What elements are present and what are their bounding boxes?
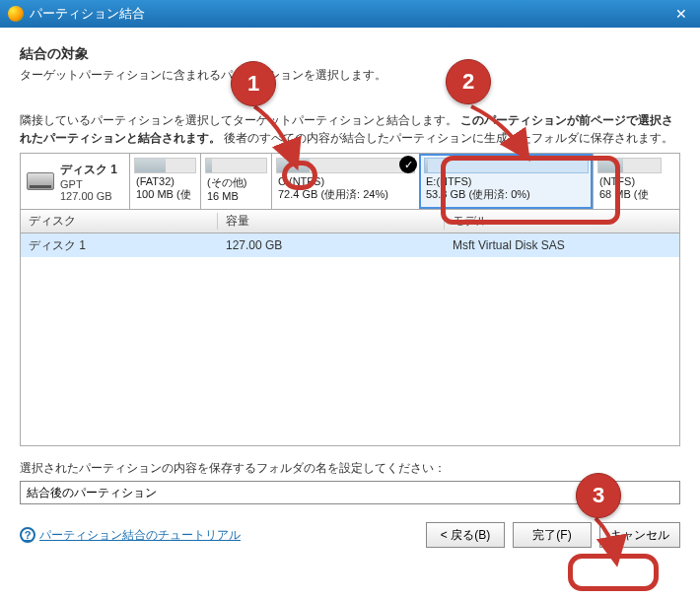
help-icon: ? xyxy=(20,527,35,543)
section-subtitle: ターゲットパーティションに含まれるパーティションを選択します。 xyxy=(20,67,680,84)
back-button[interactable]: < 戻る(B) xyxy=(426,522,505,548)
th-disk[interactable]: ディスク xyxy=(21,213,218,230)
partition-name: E:(NTFS) xyxy=(420,175,593,187)
annotation-box-finish xyxy=(568,554,659,591)
tutorial-text: パーティション結合のチュートリアル xyxy=(39,527,241,544)
partition-size: 72.4 GB (使用済: 24%) xyxy=(272,187,419,202)
disk-info: ディスク 1 GPT 127.00 GB xyxy=(21,154,129,209)
folder-label: 選択されたパーティションの内容を保存するフォルダの名を設定してください： xyxy=(20,460,680,477)
partition-box[interactable]: (FAT32)100 MB (使 xyxy=(129,154,200,209)
instruction-text: 隣接しているパーティションを選択してターゲットパーティションと結合します。 この… xyxy=(20,111,680,147)
partition-name: (その他) xyxy=(201,175,271,190)
disk-icon xyxy=(27,172,54,190)
td-capacity: 127.00 GB xyxy=(218,238,445,252)
table-header: ディスク 容量 モデル xyxy=(21,210,679,233)
window-title: パーティション結合 xyxy=(30,5,670,23)
th-capacity[interactable]: 容量 xyxy=(218,213,445,230)
cancel-button[interactable]: キャンセル xyxy=(599,522,680,548)
td-disk: ディスク 1 xyxy=(21,237,218,254)
partition-size: 53.8 GB (使用済: 0%) xyxy=(420,187,593,202)
disk-type: GPT xyxy=(60,178,117,190)
close-icon[interactable]: ✕ xyxy=(670,3,692,25)
partition-box[interactable]: E:(NTFS)53.8 GB (使用済: 0%) xyxy=(419,154,593,209)
disk-size: 127.00 GB xyxy=(60,190,117,202)
annotation-badge-2: 2 xyxy=(446,59,491,104)
partition-name: (NTFS) xyxy=(594,175,665,187)
annotation-badge-3: 3 xyxy=(576,473,621,518)
partition-name: C:(NTFS) xyxy=(272,175,419,187)
titlebar: パーティション結合 ✕ xyxy=(0,0,700,28)
table-row[interactable]: ディスク 1127.00 GBMsft Virtual Disk SAS xyxy=(21,233,679,257)
partition-size: 100 MB (使 xyxy=(130,187,200,202)
tutorial-link[interactable]: ? パーティション結合のチュートリアル xyxy=(20,527,418,544)
check-icon: ✓ xyxy=(399,156,417,173)
instr-suffix: 後者のすべての内容が結合したパーティションに生成したフォルダに保存されます。 xyxy=(224,131,673,145)
partition-name: (FAT32) xyxy=(130,175,200,187)
bottom-bar: ? パーティション結合のチュートリアル < 戻る(B) 完了(F) キャンセル xyxy=(20,522,680,548)
disk-table: ディスク 容量 モデル ディスク 1127.00 GBMsft Virtual … xyxy=(20,210,680,446)
finish-button[interactable]: 完了(F) xyxy=(513,522,592,548)
section-title: 結合の対象 xyxy=(20,45,680,63)
partition-box[interactable]: (その他)16 MB xyxy=(200,154,271,209)
partition-box[interactable]: C:(NTFS)72.4 GB (使用済: 24%)✓ xyxy=(271,154,419,209)
disk-name: ディスク 1 xyxy=(60,162,117,178)
disk-layout: ディスク 1 GPT 127.00 GB (FAT32)100 MB (使(その… xyxy=(20,153,680,210)
partition-box[interactable]: (NTFS)68 MB (使 xyxy=(593,154,665,209)
app-icon xyxy=(8,6,24,22)
annotation-badge-1: 1 xyxy=(231,61,276,106)
partition-size: 68 MB (使 xyxy=(594,187,665,202)
td-model: Msft Virtual Disk SAS xyxy=(445,238,679,252)
partition-size: 16 MB xyxy=(201,190,271,202)
th-model[interactable]: モデル xyxy=(445,213,679,230)
instr-prefix: 隣接しているパーティションを選択してターゲットパーティションと結合します。 xyxy=(20,113,457,127)
